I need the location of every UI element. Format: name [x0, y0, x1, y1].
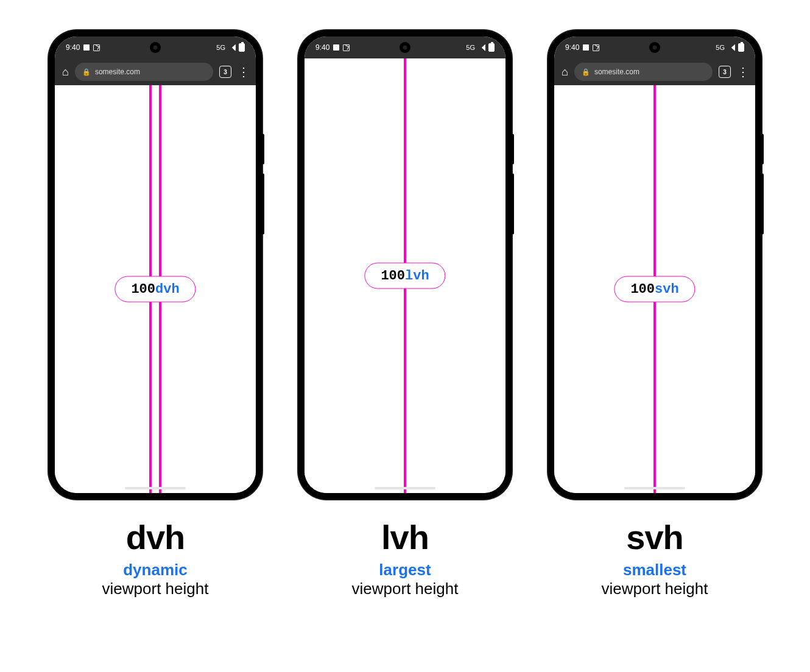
page-viewport: 100svh — [554, 85, 755, 493]
phone-screen: 9:40 5G ⌂ 🔒 somesite.com 3 — [55, 37, 256, 493]
phone-frame: 9:40 5G 100lvh — [298, 30, 512, 499]
url-text: somesite.com — [95, 68, 140, 76]
camera-notch — [649, 42, 660, 53]
caption-title: lvh — [352, 517, 459, 557]
notification-icon — [333, 44, 339, 51]
status-bar: 9:40 5G — [554, 37, 755, 58]
caption: lvh largest viewport height — [352, 517, 459, 598]
browser-address-bar: ⌂ 🔒 somesite.com 3 ⋮ — [554, 58, 755, 85]
notification-icon — [83, 44, 90, 51]
signal-icon — [728, 44, 735, 51]
status-bar: 9:40 5G — [305, 37, 505, 58]
address-field: 🔒 somesite.com — [75, 63, 213, 81]
pill-unit: dvh — [155, 282, 180, 297]
battery-icon — [239, 43, 245, 52]
unit-pill: 100dvh — [114, 276, 195, 303]
phone-column-lvh: 9:40 5G 100lvh — [298, 30, 512, 598]
caption-title: svh — [602, 517, 708, 557]
side-button — [512, 134, 514, 164]
caption: dvh dynamic viewport height — [102, 517, 209, 598]
phone-frame: 9:40 5G ⌂ 🔒 somesite.com 3 — [548, 30, 761, 499]
camera-notch — [150, 42, 161, 53]
phone-frame: 9:40 5G ⌂ 🔒 somesite.com 3 — [49, 30, 262, 499]
side-button — [262, 134, 264, 164]
gesture-nav-handle — [624, 487, 685, 489]
phone-column-svh: 9:40 5G ⌂ 🔒 somesite.com 3 — [548, 30, 761, 598]
status-time: 9:40 — [565, 43, 579, 52]
lock-icon: 🔒 — [582, 68, 590, 76]
caption: svh smallest viewport height — [602, 517, 708, 598]
pill-unit: svh — [655, 282, 679, 297]
notification-icon — [593, 44, 599, 51]
status-time: 9:40 — [66, 43, 80, 52]
gesture-nav-handle — [375, 487, 435, 489]
caption-keyword: smallest — [602, 561, 708, 579]
network-label: 5G — [716, 44, 725, 51]
phone-screen: 9:40 5G 100lvh — [305, 37, 505, 493]
network-label: 5G — [466, 44, 475, 51]
phone-screen: 9:40 5G ⌂ 🔒 somesite.com 3 — [554, 37, 755, 493]
notification-icon — [93, 44, 100, 51]
notification-icon — [343, 44, 350, 51]
address-field: 🔒 somesite.com — [574, 63, 713, 81]
unit-pill: 100lvh — [364, 263, 445, 289]
pill-unit: lvh — [405, 268, 429, 284]
unit-pill: 100svh — [614, 276, 695, 303]
home-icon: ⌂ — [562, 66, 568, 79]
page-viewport: 100dvh — [55, 85, 256, 493]
caption-title: dvh — [102, 517, 209, 557]
kebab-menu-icon: ⋮ — [737, 65, 748, 79]
status-time: 9:40 — [315, 43, 329, 52]
notification-icon — [583, 44, 589, 51]
phone-column-dvh: 9:40 5G ⌂ 🔒 somesite.com 3 — [49, 30, 262, 598]
tab-count-badge: 3 — [219, 66, 231, 78]
camera-notch — [400, 42, 410, 53]
side-button — [512, 173, 514, 234]
tab-count-badge: 3 — [719, 66, 731, 78]
status-bar: 9:40 5G — [55, 37, 256, 58]
side-button — [761, 173, 764, 234]
caption-keyword: largest — [352, 561, 459, 579]
network-label: 5G — [216, 44, 225, 51]
browser-address-bar: ⌂ 🔒 somesite.com 3 ⋮ — [55, 58, 256, 85]
battery-icon — [488, 43, 495, 52]
signal-icon — [478, 44, 485, 51]
side-button — [761, 134, 764, 164]
side-button — [262, 173, 264, 234]
url-text: somesite.com — [594, 68, 639, 76]
caption-subtitle: viewport height — [352, 579, 459, 598]
caption-subtitle: viewport height — [102, 579, 209, 598]
kebab-menu-icon: ⋮ — [238, 65, 248, 79]
page-viewport: 100lvh — [305, 58, 505, 493]
home-icon: ⌂ — [62, 66, 69, 79]
pill-value: 100 — [381, 268, 405, 284]
gesture-nav-handle — [125, 487, 186, 489]
battery-icon — [738, 43, 744, 52]
lock-icon: 🔒 — [82, 68, 91, 76]
caption-subtitle: viewport height — [602, 579, 708, 598]
pill-value: 100 — [630, 282, 655, 297]
pill-value: 100 — [131, 282, 155, 297]
caption-keyword: dynamic — [102, 561, 209, 579]
signal-icon — [228, 44, 236, 51]
